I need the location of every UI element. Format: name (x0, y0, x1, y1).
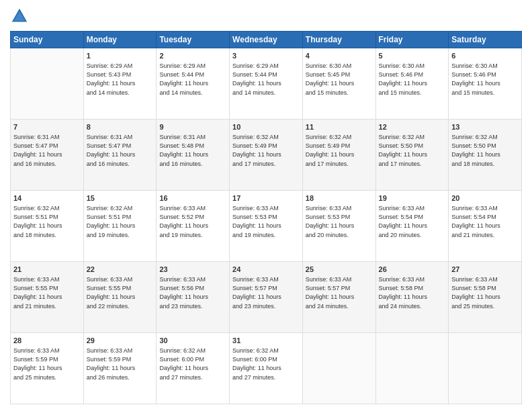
day-number: 10 (232, 122, 300, 132)
calendar-week-row: 1Sunrise: 6:29 AMSunset: 5:43 PMDaylight… (11, 48, 522, 120)
cell-content: Sunrise: 6:33 AMSunset: 5:56 PMDaylight:… (159, 275, 226, 310)
calendar-cell: 12Sunrise: 6:32 AMSunset: 5:50 PMDayligh… (375, 120, 449, 191)
calendar-cell (302, 333, 375, 404)
calendar-cell: 3Sunrise: 6:29 AMSunset: 5:44 PMDaylight… (230, 48, 303, 120)
calendar-cell: 13Sunrise: 6:32 AMSunset: 5:50 PMDayligh… (449, 120, 522, 191)
calendar-cell: 20Sunrise: 6:33 AMSunset: 5:54 PMDayligh… (449, 191, 522, 262)
cell-content: Sunrise: 6:33 AMSunset: 5:59 PMDaylight:… (87, 347, 154, 381)
day-number: 23 (159, 265, 226, 275)
cell-content: Sunrise: 6:33 AMSunset: 5:55 PMDaylight:… (13, 275, 81, 310)
calendar-week-row: 28Sunrise: 6:33 AMSunset: 5:59 PMDayligh… (11, 333, 522, 404)
calendar-cell: 23Sunrise: 6:33 AMSunset: 5:56 PMDayligh… (157, 262, 230, 333)
day-number: 11 (306, 122, 373, 132)
cell-content: Sunrise: 6:33 AMSunset: 5:52 PMDaylight:… (159, 204, 226, 239)
cell-content: Sunrise: 6:33 AMSunset: 5:57 PMDaylight:… (232, 275, 300, 310)
calendar-cell: 19Sunrise: 6:33 AMSunset: 5:54 PMDayligh… (375, 191, 449, 262)
cell-content: Sunrise: 6:32 AMSunset: 5:50 PMDaylight:… (451, 133, 519, 168)
calendar-cell: 21Sunrise: 6:33 AMSunset: 5:55 PMDayligh… (11, 262, 84, 333)
day-header-friday: Friday (375, 32, 449, 48)
cell-content: Sunrise: 6:30 AMSunset: 5:46 PMDaylight:… (379, 62, 446, 97)
day-number: 4 (306, 51, 373, 61)
day-number: 1 (87, 51, 154, 61)
calendar-cell: 24Sunrise: 6:33 AMSunset: 5:57 PMDayligh… (230, 262, 303, 333)
day-number: 5 (379, 51, 446, 61)
day-number: 3 (232, 51, 300, 61)
day-number: 8 (87, 122, 154, 132)
calendar-cell: 5Sunrise: 6:30 AMSunset: 5:46 PMDaylight… (375, 48, 449, 120)
day-number: 21 (13, 265, 81, 275)
header (10, 7, 522, 26)
day-number: 16 (159, 193, 226, 203)
cell-content: Sunrise: 6:32 AMSunset: 5:51 PMDaylight:… (13, 204, 81, 239)
day-number: 6 (451, 51, 519, 61)
cell-content: Sunrise: 6:33 AMSunset: 5:54 PMDaylight:… (451, 204, 519, 239)
day-number: 28 (13, 336, 81, 346)
calendar-cell: 17Sunrise: 6:33 AMSunset: 5:53 PMDayligh… (230, 191, 303, 262)
day-number: 12 (379, 122, 446, 132)
day-number: 19 (379, 193, 446, 203)
calendar-cell: 11Sunrise: 6:32 AMSunset: 5:49 PMDayligh… (302, 120, 375, 191)
logo-icon (10, 7, 29, 26)
day-number: 30 (159, 336, 226, 346)
day-number: 22 (87, 265, 154, 275)
cell-content: Sunrise: 6:32 AMSunset: 5:49 PMDaylight:… (232, 133, 300, 168)
day-number: 26 (379, 265, 446, 275)
calendar-cell: 2Sunrise: 6:29 AMSunset: 5:44 PMDaylight… (157, 48, 230, 120)
day-number: 9 (159, 122, 226, 132)
calendar-cell: 28Sunrise: 6:33 AMSunset: 5:59 PMDayligh… (11, 333, 84, 404)
calendar-cell: 26Sunrise: 6:33 AMSunset: 5:58 PMDayligh… (375, 262, 449, 333)
day-number: 14 (13, 193, 81, 203)
calendar-cell: 15Sunrise: 6:32 AMSunset: 5:51 PMDayligh… (83, 191, 157, 262)
calendar-cell: 29Sunrise: 6:33 AMSunset: 5:59 PMDayligh… (83, 333, 157, 404)
calendar-cell: 14Sunrise: 6:32 AMSunset: 5:51 PMDayligh… (11, 191, 84, 262)
calendar-table: SundayMondayTuesdayWednesdayThursdayFrid… (10, 31, 522, 404)
day-header-tuesday: Tuesday (157, 32, 230, 48)
calendar-cell: 8Sunrise: 6:31 AMSunset: 5:47 PMDaylight… (83, 120, 157, 191)
calendar-cell: 6Sunrise: 6:30 AMSunset: 5:46 PMDaylight… (449, 48, 522, 120)
cell-content: Sunrise: 6:32 AMSunset: 6:00 PMDaylight:… (232, 347, 300, 381)
day-header-saturday: Saturday (449, 32, 522, 48)
cell-content: Sunrise: 6:30 AMSunset: 5:45 PMDaylight:… (306, 62, 373, 97)
logo (10, 7, 32, 26)
calendar-week-row: 7Sunrise: 6:31 AMSunset: 5:47 PMDaylight… (11, 120, 522, 191)
day-header-sunday: Sunday (11, 32, 84, 48)
cell-content: Sunrise: 6:31 AMSunset: 5:47 PMDaylight:… (87, 133, 154, 168)
cell-content: Sunrise: 6:32 AMSunset: 6:00 PMDaylight:… (159, 347, 226, 381)
cell-content: Sunrise: 6:32 AMSunset: 5:51 PMDaylight:… (87, 204, 154, 239)
calendar-week-row: 21Sunrise: 6:33 AMSunset: 5:55 PMDayligh… (11, 262, 522, 333)
calendar-cell (375, 333, 449, 404)
calendar-cell: 7Sunrise: 6:31 AMSunset: 5:47 PMDaylight… (11, 120, 84, 191)
calendar-cell: 1Sunrise: 6:29 AMSunset: 5:43 PMDaylight… (83, 48, 157, 120)
day-number: 20 (451, 193, 519, 203)
calendar-cell: 10Sunrise: 6:32 AMSunset: 5:49 PMDayligh… (230, 120, 303, 191)
cell-content: Sunrise: 6:32 AMSunset: 5:49 PMDaylight:… (306, 133, 373, 168)
day-number: 7 (13, 122, 81, 132)
calendar-cell: 25Sunrise: 6:33 AMSunset: 5:57 PMDayligh… (302, 262, 375, 333)
cell-content: Sunrise: 6:33 AMSunset: 5:59 PMDaylight:… (13, 347, 81, 381)
calendar-cell: 9Sunrise: 6:31 AMSunset: 5:48 PMDaylight… (157, 120, 230, 191)
cell-content: Sunrise: 6:33 AMSunset: 5:57 PMDaylight:… (306, 275, 373, 310)
cell-content: Sunrise: 6:29 AMSunset: 5:43 PMDaylight:… (87, 62, 154, 97)
day-number: 27 (451, 265, 519, 275)
calendar-cell: 18Sunrise: 6:33 AMSunset: 5:53 PMDayligh… (302, 191, 375, 262)
day-number: 29 (87, 336, 154, 346)
calendar-cell: 27Sunrise: 6:33 AMSunset: 5:58 PMDayligh… (449, 262, 522, 333)
cell-content: Sunrise: 6:33 AMSunset: 5:53 PMDaylight:… (306, 204, 373, 239)
day-number: 25 (306, 265, 373, 275)
cell-content: Sunrise: 6:33 AMSunset: 5:55 PMDaylight:… (87, 275, 154, 310)
day-number: 31 (232, 336, 300, 346)
cell-content: Sunrise: 6:31 AMSunset: 5:48 PMDaylight:… (159, 133, 226, 168)
cell-content: Sunrise: 6:33 AMSunset: 5:58 PMDaylight:… (379, 275, 446, 310)
day-header-wednesday: Wednesday (230, 32, 303, 48)
cell-content: Sunrise: 6:29 AMSunset: 5:44 PMDaylight:… (159, 62, 226, 97)
day-number: 24 (232, 265, 300, 275)
calendar-cell: 16Sunrise: 6:33 AMSunset: 5:52 PMDayligh… (157, 191, 230, 262)
cell-content: Sunrise: 6:32 AMSunset: 5:50 PMDaylight:… (379, 133, 446, 168)
calendar-cell: 4Sunrise: 6:30 AMSunset: 5:45 PMDaylight… (302, 48, 375, 120)
cell-content: Sunrise: 6:33 AMSunset: 5:58 PMDaylight:… (451, 275, 519, 310)
day-header-monday: Monday (83, 32, 157, 48)
day-number: 15 (87, 193, 154, 203)
cell-content: Sunrise: 6:33 AMSunset: 5:53 PMDaylight:… (232, 204, 300, 239)
cell-content: Sunrise: 6:31 AMSunset: 5:47 PMDaylight:… (13, 133, 81, 168)
cell-content: Sunrise: 6:29 AMSunset: 5:44 PMDaylight:… (232, 62, 300, 97)
